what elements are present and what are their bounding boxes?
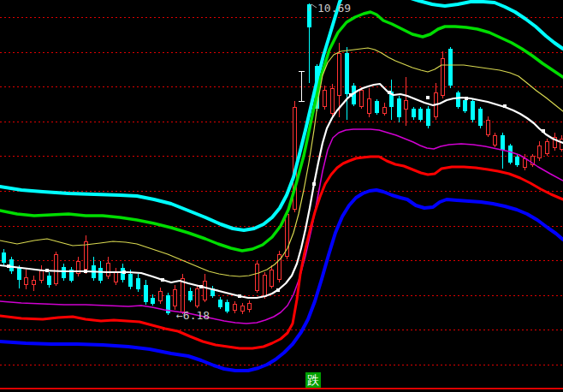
candle xyxy=(107,257,110,279)
candle xyxy=(256,261,259,293)
candles xyxy=(2,3,563,315)
candle xyxy=(40,265,44,283)
candle xyxy=(345,47,349,120)
low-price-value: 6.18 xyxy=(183,309,210,322)
candle xyxy=(515,155,519,167)
candle xyxy=(383,103,387,116)
candle xyxy=(531,154,535,167)
candle xyxy=(278,251,282,282)
candle xyxy=(136,274,140,292)
candle xyxy=(471,99,475,122)
candle xyxy=(264,272,267,299)
candle xyxy=(524,154,527,170)
candle xyxy=(397,96,401,122)
price-label-low: ←6.18 xyxy=(176,310,210,322)
candle xyxy=(166,293,170,315)
candle xyxy=(360,87,364,109)
candle xyxy=(241,303,245,314)
candle xyxy=(368,88,371,117)
candle xyxy=(478,107,483,128)
candle xyxy=(546,139,549,156)
candle xyxy=(456,91,460,109)
candle xyxy=(188,288,193,302)
candle xyxy=(25,270,28,289)
candle xyxy=(487,116,490,137)
candle xyxy=(85,235,88,274)
candle xyxy=(17,265,21,288)
lower-band-blue xyxy=(0,190,563,371)
candle xyxy=(389,80,394,120)
stock-chart-window: 10.69 ←6.18 跌 xyxy=(0,0,563,392)
candle xyxy=(299,71,305,102)
gridlines xyxy=(0,18,563,365)
chart-canvas[interactable] xyxy=(0,0,563,392)
candle xyxy=(463,98,467,113)
candle xyxy=(448,47,453,88)
candle xyxy=(270,265,274,288)
candle xyxy=(115,268,118,285)
candle xyxy=(55,252,58,286)
candle xyxy=(554,133,557,151)
candle xyxy=(307,3,311,83)
candle xyxy=(159,288,163,304)
candle xyxy=(47,272,51,288)
candle xyxy=(405,77,408,126)
left-arrow-icon: ← xyxy=(176,309,183,322)
candle xyxy=(77,257,80,276)
candle xyxy=(144,280,148,305)
candle xyxy=(412,107,416,120)
candle xyxy=(508,144,513,164)
high-price-value: 10.69 xyxy=(317,2,351,15)
candle xyxy=(218,297,222,309)
candle xyxy=(323,86,327,110)
candle xyxy=(33,276,36,291)
candle xyxy=(494,133,497,147)
candle xyxy=(442,51,445,98)
candle xyxy=(538,141,542,161)
candle xyxy=(426,106,430,128)
candle xyxy=(331,84,335,116)
candle xyxy=(234,301,237,313)
candle xyxy=(181,274,185,314)
fall-badge: 跌 xyxy=(305,372,321,388)
candle xyxy=(196,286,199,308)
price-label-high: 10.69 xyxy=(317,3,351,15)
candle xyxy=(225,300,229,313)
candle xyxy=(375,99,379,115)
candle xyxy=(418,107,423,122)
candle xyxy=(248,300,252,312)
candle xyxy=(2,249,6,265)
candle xyxy=(435,83,438,120)
candle xyxy=(210,286,215,298)
candle xyxy=(174,285,177,310)
upper-band-green xyxy=(0,12,563,251)
candle xyxy=(69,267,74,282)
